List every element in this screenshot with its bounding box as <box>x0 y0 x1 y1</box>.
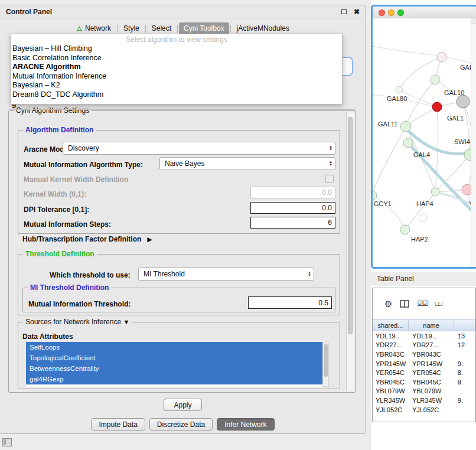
table-cell: YPR145W <box>409 360 454 367</box>
table-cell: YJL052C <box>373 406 409 413</box>
table-body: YDL19...YDL19...13YDR27...YDR27...12YBR0… <box>373 331 475 414</box>
columns-icon[interactable] <box>400 300 409 308</box>
network-node[interactable] <box>373 191 377 200</box>
scrollbar-thumb[interactable] <box>324 344 328 377</box>
table-cell: 9. <box>454 360 475 367</box>
table-row[interactable]: YDR27...YDR27...12 <box>373 341 475 350</box>
network-node[interactable] <box>400 121 411 132</box>
network-node[interactable] <box>457 95 470 108</box>
dpi-tolerance-field[interactable] <box>250 202 335 214</box>
table-row[interactable]: YLR345WYLR345W9. <box>373 396 475 405</box>
deselect-checkboxes-icon[interactable]: □□ <box>435 300 442 307</box>
table-row[interactable]: YBR045CYBR045C9. <box>373 377 475 387</box>
network-node[interactable] <box>396 86 403 93</box>
tab-network[interactable]: Network <box>71 22 116 34</box>
column-header-name[interactable]: name <box>409 319 454 331</box>
sources-group-title[interactable]: Sources for Network Inference ▼ <box>23 318 132 326</box>
network-edge[interactable] <box>406 126 435 192</box>
tab-label: Network <box>85 24 111 32</box>
attribute-item-betweennesscentrality[interactable]: BetweennessCentrality <box>26 363 322 374</box>
settings-scrollbar[interactable] <box>346 112 354 391</box>
network-node[interactable] <box>431 75 440 84</box>
minimized-panel-icon[interactable] <box>2 438 12 446</box>
which-threshold-select[interactable]: MI Threshold ▲▼ <box>138 268 314 281</box>
apply-button[interactable]: Apply <box>164 399 201 411</box>
spinner-arrows-icon: ▲▼ <box>304 271 311 277</box>
table-row[interactable]: YER054CYER054C8. <box>373 368 475 377</box>
tab-select[interactable]: Select <box>147 22 176 34</box>
table-cell: 13 <box>454 332 475 340</box>
attribute-item-topologicalcoefficient[interactable]: TopologicalCoefficient <box>26 353 322 363</box>
scrollbar-thumb[interactable] <box>348 117 353 334</box>
aracne-mode-select[interactable]: Discovery ▲▼ <box>63 142 335 155</box>
table-cell: YBR043C <box>409 351 454 358</box>
mi-threshold-field[interactable] <box>248 296 332 309</box>
tab-jactivemnodules[interactable]: jActiveMNodules <box>232 22 294 34</box>
network-canvas[interactable]: GAL80GAL10GAL11GAL1SWI4GAL4GCY1HAP4YHAP2… <box>373 18 476 267</box>
gear-icon[interactable]: ⚙ <box>384 299 392 308</box>
bottom-tab-infer-network[interactable]: Infer Network <box>217 418 274 431</box>
table-row[interactable]: YBL079WYBL079W <box>373 387 475 396</box>
spinner-arrows-icon: ▲▼ <box>325 161 332 167</box>
algorithm-option-bayesian-hill-climbing[interactable]: Bayesian – Hill Climbing <box>11 44 342 54</box>
algorithm-option-basic-correlation-inference[interactable]: Basic Correlation Inference <box>11 54 342 63</box>
network-node[interactable] <box>437 53 446 62</box>
algorithm-option-aracne-algorithm[interactable]: ARACNE Algorithm <box>11 63 342 72</box>
network-edge[interactable] <box>373 45 476 66</box>
table-row[interactable]: YBR043CYBR043C <box>373 350 475 359</box>
table-row[interactable]: YDL19...YDL19...13 <box>373 331 475 341</box>
data-attributes-list[interactable]: SelfLoopsTopologicalCoefficientBetweenne… <box>26 342 322 387</box>
algorithm-option-bayesian-k2[interactable]: Bayesian – K2 <box>11 81 342 90</box>
select-all-checkboxes-icon[interactable]: ☑☑ <box>417 299 428 308</box>
which-threshold-label: Which threshold to use: <box>50 271 131 279</box>
table-column-headers: shared...name <box>373 319 475 331</box>
column-header-col2[interactable] <box>454 319 475 331</box>
network-edge[interactable] <box>373 126 406 195</box>
tab-label: Style <box>123 24 139 32</box>
network-node[interactable] <box>400 225 410 234</box>
network-node[interactable] <box>403 138 413 148</box>
bottom-tab-impute-data[interactable]: Impute Data <box>91 418 145 431</box>
node-label: GAL1 <box>447 115 464 122</box>
table-row[interactable]: YPR145WYPR145W9. <box>373 359 475 369</box>
network-scrollbar[interactable] <box>471 18 476 267</box>
hub-definition-label: Hub/Transcription Factor Definition <box>22 235 141 243</box>
network-node[interactable] <box>432 102 442 112</box>
table-cell: YBR045C <box>409 379 454 386</box>
algorithm-option-mutual-information-inference[interactable]: Mutual Information Inference <box>11 72 342 81</box>
tab-style[interactable]: Style <box>119 22 144 34</box>
algorithm-option-dream8-dc-tdc-algorithm[interactable]: Dream8 DC_TDC Algorithm <box>11 90 342 100</box>
tab-label: Select <box>152 24 171 32</box>
zoom-light[interactable] <box>397 9 404 16</box>
hub-definition-section[interactable]: Hub/Transcription Factor Definition ▶ <box>22 235 152 243</box>
mi-type-select[interactable]: Naive Bayes ▲▼ <box>159 157 335 170</box>
network-view-window[interactable]: GAL80GAL10GAL11GAL1SWI4GAL4GCY1HAP4YHAP2… <box>371 5 476 269</box>
manual-kernel-checkbox[interactable] <box>325 175 334 183</box>
network-graph: GAL80GAL10GAL11GAL1SWI4GAL4GCY1HAP4YHAP2… <box>373 18 476 267</box>
tab-separator <box>177 25 178 32</box>
attribute-item-gal4rgexp[interactable]: gal4RGexp <box>26 374 322 384</box>
minimize-light[interactable] <box>388 9 395 16</box>
dropdown-prompt: Select algorithm to view settings <box>11 35 342 44</box>
network-window-titlebar[interactable] <box>373 6 476 18</box>
tab-cyni-toolbox[interactable]: Cyni Toolbox <box>179 22 229 34</box>
network-edge[interactable] <box>405 192 435 230</box>
close-icon[interactable]: ✖ <box>354 8 360 15</box>
float-window-icon[interactable] <box>341 9 347 14</box>
collapse-arrow-icon[interactable]: ▼ <box>123 318 129 325</box>
table-row[interactable]: YJL052CYJL052C <box>373 405 475 415</box>
network-node[interactable] <box>419 214 427 222</box>
mi-type-label: Mutual Information Algorithm Type: <box>24 161 143 169</box>
attribute-item-selfloops[interactable]: SelfLoops <box>26 342 322 353</box>
bottom-tab-discretize-data[interactable]: Discretize Data <box>149 418 213 431</box>
mi-steps-field[interactable] <box>250 217 335 229</box>
node-label: GAL11 <box>378 120 397 128</box>
table-cell: YPR145W <box>373 360 409 367</box>
network-node[interactable] <box>431 188 439 196</box>
column-header-shared[interactable]: shared... <box>373 319 409 331</box>
expand-arrow-icon[interactable]: ▶ <box>147 236 152 243</box>
close-light[interactable] <box>379 9 385 16</box>
network-edge[interactable] <box>399 57 442 90</box>
mi-threshold-label: Mutual Information Threshold: <box>28 300 131 308</box>
attributes-scrollbar[interactable] <box>322 342 329 387</box>
